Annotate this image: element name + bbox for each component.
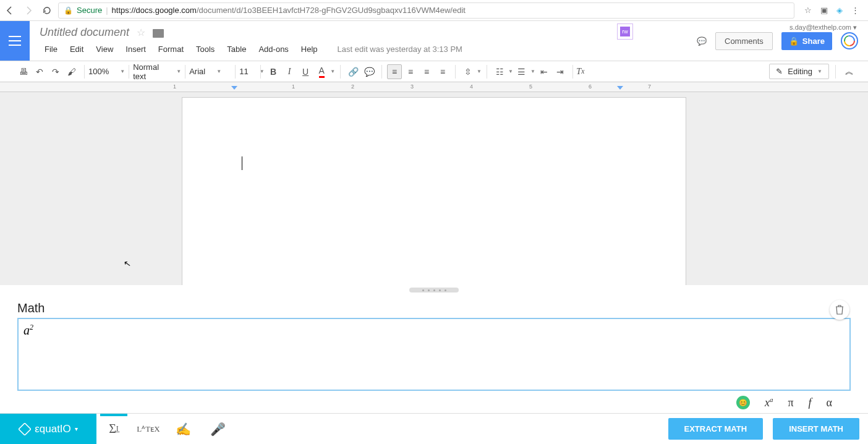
document-canvas (0, 92, 868, 285)
status-text: Last edit was yesterday at 3:13 PM (338, 45, 462, 54)
link-icon[interactable]: 🔗 (346, 64, 360, 79)
forward-button[interactable] (23, 6, 33, 15)
speech-tool[interactable]: 🎤 (200, 414, 235, 444)
line-spacing-icon[interactable]: ⇳ (461, 64, 475, 79)
panel-splitter[interactable] (0, 285, 868, 295)
delete-button[interactable] (830, 300, 849, 320)
docs-logo[interactable] (0, 21, 30, 61)
text-color-icon[interactable]: A (314, 64, 329, 79)
alpha-symbol-tool[interactable]: α (827, 396, 832, 409)
handwriting-tool[interactable]: ✍ (166, 414, 200, 444)
undo-icon[interactable]: ↶ (32, 64, 47, 79)
trash-icon (835, 305, 844, 315)
menu-table[interactable]: Table (222, 43, 251, 56)
bold-icon[interactable]: B (266, 64, 281, 79)
collapse-toolbar-icon[interactable]: ︽ (842, 64, 857, 79)
account-avatar[interactable] (841, 32, 858, 49)
font-size-dropdown[interactable]: 11▼ (236, 67, 260, 76)
indent-marker-right-icon[interactable] (617, 86, 623, 90)
menu-file[interactable]: File (40, 43, 62, 56)
text-color-dropdown-icon[interactable]: ▼ (330, 69, 335, 74)
redo-icon[interactable]: ↷ (48, 64, 63, 79)
menu-edit[interactable]: Edit (65, 43, 88, 56)
equatio-math-panel: Math a2 😊 xa π f α (0, 295, 868, 413)
menu-addons[interactable]: Add-ons (253, 43, 293, 56)
bullet-list-icon[interactable]: ☰ (514, 64, 529, 79)
equatio-toolbar: εquatIO▾ Σ͟I LᴬTᴇX ✍ 🎤 EXTRACT MATH INSE… (0, 413, 868, 444)
numbered-list-icon[interactable]: ☷ (492, 64, 507, 79)
format-toolbar: 🖶 ↶ ↷ 🖌 100%▼ Normal text▼ Arial▼ 11▼ B … (0, 61, 868, 82)
chat-icon[interactable]: 💬 (697, 36, 707, 46)
cast-icon[interactable]: ▣ (820, 6, 828, 15)
style-dropdown[interactable]: Normal text▼ (129, 62, 185, 81)
document-title[interactable]: Untitled document (40, 26, 129, 39)
star-icon[interactable]: ☆ (137, 27, 145, 38)
bookmark-star-icon[interactable]: ☆ (804, 6, 812, 15)
underline-icon[interactable]: U (298, 64, 313, 79)
indent-increase-icon[interactable]: ⇥ (553, 64, 568, 79)
secure-label: Secure (77, 6, 102, 15)
document-page[interactable] (182, 97, 686, 285)
align-left-icon[interactable]: ≡ (387, 64, 402, 79)
insert-math-button[interactable]: INSERT MATH (773, 418, 859, 440)
extension-icon[interactable]: ◈ (836, 6, 843, 15)
menu-insert[interactable]: Insert (121, 43, 151, 56)
prediction-face-icon[interactable]: 😊 (736, 396, 750, 409)
svg-rect-4 (19, 423, 31, 435)
rw-extension-badge[interactable]: rw (617, 23, 633, 40)
text-cursor (242, 156, 242, 170)
menu-help[interactable]: Help (296, 43, 323, 56)
mouse-cursor-icon: ↖ (123, 258, 132, 269)
align-center-icon[interactable]: ≡ (403, 64, 418, 79)
zoom-dropdown[interactable]: 100%▼ (85, 67, 129, 76)
equatio-logo[interactable]: εquatIO▾ (0, 414, 96, 444)
align-justify-icon[interactable]: ≡ (435, 64, 450, 79)
browser-toolbar: 🔒 Secure | https://docs.google.com/docum… (0, 0, 868, 21)
user-email[interactable]: s.day@texthelp.com ▾ (789, 23, 857, 32)
share-button[interactable]: 🔒Share (781, 32, 832, 50)
address-bar[interactable]: 🔒 Secure | https://docs.google.com/docum… (58, 2, 794, 19)
url-text: https://docs.google.com/document/d/1o3BE… (112, 6, 466, 15)
superscript-tool[interactable]: xa (765, 396, 773, 409)
comments-button[interactable]: Comments (715, 32, 773, 50)
math-panel-label: Math (17, 301, 851, 315)
pencil-icon: ✎ (776, 67, 783, 76)
align-right-icon[interactable]: ≡ (419, 64, 434, 79)
browser-right-icons: ☆ ▣ ◈ ⋮ (801, 6, 863, 15)
math-symbol-toolbar: 😊 xa π f α (17, 391, 851, 409)
reload-button[interactable] (42, 6, 52, 15)
font-dropdown[interactable]: Arial▼ (185, 67, 235, 76)
equation-editor-tool[interactable]: Σ͟I (96, 414, 131, 444)
comment-add-icon[interactable]: 💬 (362, 64, 377, 79)
extract-math-button[interactable]: EXTRACT MATH (668, 418, 764, 440)
paint-format-icon[interactable]: 🖌 (64, 64, 79, 79)
menu-dots-icon[interactable]: ⋮ (851, 6, 859, 15)
equatio-logo-icon (19, 423, 31, 435)
nav-buttons (5, 6, 52, 15)
lock-share-icon: 🔒 (789, 36, 799, 46)
indent-decrease-icon[interactable]: ⇤ (537, 64, 551, 79)
editing-mode-dropdown[interactable]: ✎Editing▼ (769, 64, 829, 79)
lock-icon: 🔒 (64, 6, 73, 15)
docs-header: Untitled document ☆ File Edit View Inser… (0, 21, 868, 61)
menu-format[interactable]: Format (153, 43, 189, 56)
italic-icon[interactable]: I (282, 64, 297, 79)
menu-tools[interactable]: Tools (191, 43, 219, 56)
indent-marker-left-icon[interactable] (231, 86, 237, 90)
print-icon[interactable]: 🖶 (16, 64, 31, 79)
latex-tool[interactable]: LᴬTᴇX (131, 414, 166, 444)
math-input-area[interactable]: a2 (17, 318, 851, 391)
move-folder-icon[interactable] (153, 29, 164, 38)
function-tool[interactable]: f (809, 396, 812, 409)
math-expression: a2 (23, 323, 33, 337)
back-button[interactable] (5, 6, 15, 15)
menu-bar: File Edit View Insert Format Tools Table… (40, 43, 687, 56)
ruler: 1 1 2 3 4 5 6 7 (0, 82, 868, 92)
menu-view[interactable]: View (91, 43, 118, 56)
pi-symbol-tool[interactable]: π (788, 396, 793, 409)
clear-format-icon[interactable]: Tx (573, 64, 588, 79)
